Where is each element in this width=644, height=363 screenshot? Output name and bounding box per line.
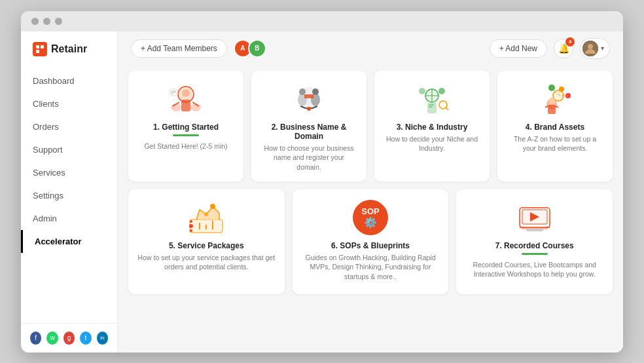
sidebar: Retainr Dashboard Clients Orders Support… (21, 31, 118, 353)
card-brand-assets[interactable]: 4. Brand Assets The A-Z on how to set up… (497, 71, 613, 182)
sidebar-item-clients[interactable]: Clients (21, 92, 117, 115)
logo: Retainr (21, 42, 117, 69)
avatar-2: B (248, 39, 266, 58)
svg-point-51 (189, 224, 193, 228)
svg-line-32 (446, 107, 448, 110)
sidebar-item-services[interactable]: Services (21, 161, 117, 184)
svg-line-43 (545, 106, 548, 107)
titlebar-dot-3 (55, 18, 62, 25)
card-desc-sop: Guides on Growth Hacking, Building Rapid… (302, 253, 440, 282)
cards-row-1: 1. Getting Started Get Started Here! (2-… (128, 71, 613, 182)
card-title-getting-started: 1. Getting Started (153, 123, 219, 132)
add-team-button[interactable]: + Add Team Members (131, 39, 227, 58)
svg-rect-28 (427, 103, 437, 113)
twitter-icon[interactable]: t (80, 332, 91, 345)
header: + Add Team Members A B + Add New 🔔 4 (118, 31, 623, 66)
card-title-business: 2. Business Name & Domain (260, 123, 357, 141)
svg-point-4 (588, 44, 593, 49)
whatsapp-icon[interactable]: w (46, 332, 58, 345)
card-desc-niche: How to decide your Niche and Industry. (384, 134, 480, 153)
card-underline-recorded (522, 253, 548, 255)
sidebar-item-dashboard[interactable]: Dashboard (21, 69, 117, 92)
logo-text: Retainr (51, 43, 87, 55)
chevron-down-icon: ▾ (601, 45, 604, 52)
card-illustration-recorded (512, 200, 558, 236)
sidebar-item-orders[interactable]: Orders (21, 115, 117, 138)
card-illustration-sop: SOP ⚙️ (348, 200, 393, 236)
svg-rect-0 (36, 45, 39, 48)
svg-point-26 (419, 88, 425, 94)
card-illustration-service (183, 200, 229, 236)
header-right: + Add New 🔔 4 (490, 38, 610, 59)
svg-line-44 (556, 106, 558, 107)
svg-point-19 (299, 88, 306, 95)
main-content: + Add Team Members A B + Add New 🔔 4 (118, 31, 623, 353)
linkedin-icon[interactable]: in (97, 332, 108, 345)
svg-point-22 (307, 107, 311, 111)
svg-rect-21 (304, 94, 313, 98)
titlebar-dot-1 (31, 18, 39, 25)
titlebar-dot-2 (43, 18, 50, 25)
facebook-icon[interactable]: f (30, 332, 41, 345)
svg-rect-8 (181, 100, 190, 111)
google-icon[interactable]: g (63, 332, 75, 345)
sidebar-item-accelerator[interactable]: Accelerator (21, 230, 117, 253)
add-team-label: + Add Team Members (141, 44, 217, 53)
card-business-name[interactable]: 2. Business Name & Domain How to choose … (251, 71, 367, 182)
card-illustration-getting-started (163, 81, 209, 117)
svg-point-53 (190, 220, 192, 223)
card-desc-service: How to set up your service packages that… (137, 253, 276, 272)
card-getting-started[interactable]: 1. Getting Started Get Started Here! (2-… (128, 71, 243, 182)
svg-rect-2 (36, 50, 39, 53)
sidebar-social: f w g t in (21, 323, 117, 353)
card-title-brand: 4. Brand Assets (526, 123, 584, 132)
card-service-packages[interactable]: 5. Service Packages How to set up your s… (128, 189, 285, 294)
svg-point-47 (204, 212, 208, 216)
card-desc-recorded: Recorded Courses, Live Bootcamps and Int… (465, 260, 603, 279)
add-new-button[interactable]: + Add New (490, 39, 547, 58)
add-new-label: + Add New (499, 44, 537, 53)
card-title-sop: 6. SOPs & Blueprints (331, 241, 410, 250)
card-illustration-business (286, 81, 332, 117)
avatar (582, 41, 598, 56)
notification-button[interactable]: 🔔 4 (554, 39, 573, 58)
svg-point-27 (438, 88, 445, 94)
card-niche-industry[interactable]: 3. Niche & Industry How to decide your N… (374, 71, 490, 182)
profile-button[interactable]: ▾ (580, 38, 610, 59)
logo-icon (33, 42, 47, 56)
app-window: Retainr Dashboard Clients Orders Support… (21, 11, 623, 353)
svg-rect-1 (41, 45, 44, 48)
card-desc-brand: The A-Z on how to set up a your brand el… (507, 134, 603, 153)
svg-point-20 (312, 88, 319, 95)
sidebar-item-settings[interactable]: Settings (21, 184, 117, 207)
titlebar (21, 11, 623, 31)
notif-badge: 4 (565, 37, 575, 47)
card-illustration-brand (532, 81, 578, 117)
card-recorded-courses[interactable]: 7. Recorded Courses Recorded Courses, Li… (456, 189, 613, 294)
svg-point-52 (190, 229, 192, 232)
svg-rect-42 (548, 105, 556, 114)
cards-row-2: 5. Service Packages How to set up your s… (128, 189, 613, 294)
card-title-niche: 3. Niche & Industry (397, 123, 468, 132)
card-title-recorded: 7. Recorded Courses (495, 241, 574, 250)
cards-area: 1. Getting Started Get Started Here! (2-… (118, 66, 623, 353)
sidebar-nav: Dashboard Clients Orders Support Service… (21, 69, 117, 323)
card-underline-getting-started (173, 134, 199, 136)
card-title-service: 5. Service Packages (169, 241, 244, 250)
app-layout: Retainr Dashboard Clients Orders Support… (21, 31, 623, 353)
header-left: + Add Team Members A B (131, 39, 266, 58)
avatar-stack: A B (234, 39, 266, 58)
card-desc-getting-started: Get Started Here! (2-5 min) (144, 142, 227, 151)
svg-point-41 (548, 98, 555, 104)
card-desc-business: How to choose your business name and reg… (260, 143, 357, 172)
svg-point-9 (182, 89, 190, 97)
sidebar-item-admin[interactable]: Admin (21, 207, 117, 230)
svg-point-46 (210, 204, 215, 209)
card-illustration-niche (409, 81, 455, 117)
card-sops-blueprints[interactable]: SOP ⚙️ 6. SOPs & Blueprints Guides on Gr… (293, 189, 449, 294)
svg-rect-58 (526, 229, 543, 231)
sop-circle: SOP ⚙️ (353, 200, 388, 235)
sidebar-item-support[interactable]: Support (21, 138, 117, 161)
